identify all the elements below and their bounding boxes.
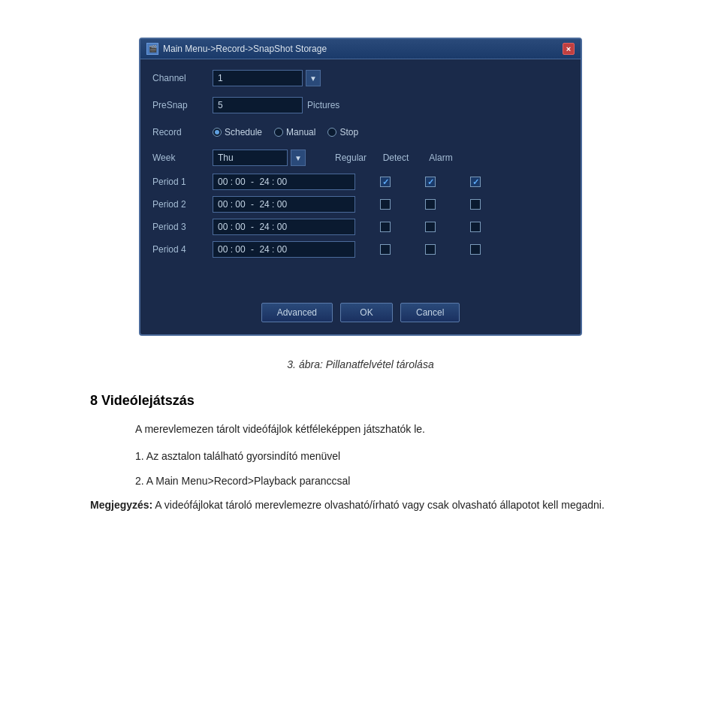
record-schedule-option[interactable]: Schedule bbox=[213, 127, 262, 137]
period-3-dash: - bbox=[249, 222, 257, 232]
close-button[interactable]: × bbox=[563, 43, 575, 55]
col-header-regular: Regular bbox=[328, 153, 373, 163]
period-4-start: 00 : 00 bbox=[218, 244, 246, 255]
dialog-titlebar: 🎬 Main Menu->Record->SnapShot Storage × bbox=[140, 39, 581, 59]
period-1-detect-checkbox[interactable] bbox=[425, 177, 436, 187]
week-input[interactable] bbox=[213, 150, 288, 166]
stop-radio[interactable] bbox=[327, 128, 336, 137]
record-radio-group: Schedule Manual Stop bbox=[213, 127, 358, 137]
period-3-start: 00 : 00 bbox=[218, 222, 246, 232]
ok-button[interactable]: OK bbox=[340, 303, 393, 322]
period-3-alarm-cell bbox=[453, 222, 498, 232]
period-1-start: 00 : 00 bbox=[218, 177, 246, 187]
dialog-footer: Advanced OK Cancel bbox=[140, 295, 581, 334]
cancel-button[interactable]: Cancel bbox=[400, 303, 460, 322]
period-4-alarm-checkbox[interactable] bbox=[470, 244, 481, 255]
dialog-wrapper: 🎬 Main Menu->Record->SnapShot Storage × … bbox=[139, 38, 582, 336]
period-3-detect-checkbox[interactable] bbox=[425, 222, 436, 232]
presnap-input-row: Pictures bbox=[213, 97, 339, 113]
period-2-end: 24 : 00 bbox=[259, 199, 287, 210]
week-label: Week bbox=[152, 153, 213, 163]
period-1-checkboxes bbox=[363, 177, 498, 187]
period-2-regular-checkbox[interactable] bbox=[380, 199, 391, 210]
period-4-regular-cell bbox=[363, 244, 408, 255]
note-paragraph: Megjegyzés: A videófájlokat tároló merev… bbox=[90, 497, 631, 513]
period-3-detect-cell bbox=[408, 222, 453, 232]
schedule-radio[interactable] bbox=[213, 128, 222, 137]
period-2-regular-cell bbox=[363, 199, 408, 210]
period-2-detect-checkbox[interactable] bbox=[425, 199, 436, 210]
period-2-detect-cell bbox=[408, 199, 453, 210]
period-2-checkboxes bbox=[363, 199, 498, 210]
period-4-dash: - bbox=[249, 244, 257, 255]
schedule-label: Schedule bbox=[225, 127, 262, 137]
record-label: Record bbox=[152, 127, 213, 137]
period-4-alarm-cell bbox=[453, 244, 498, 255]
period-1-alarm-checkbox[interactable] bbox=[470, 177, 481, 187]
period-3-checkboxes bbox=[363, 222, 498, 232]
channel-label: Channel bbox=[152, 73, 213, 83]
period-2-dash: - bbox=[249, 199, 257, 210]
dialog-title-icon: 🎬 bbox=[146, 43, 158, 55]
period-4-detect-checkbox[interactable] bbox=[425, 244, 436, 255]
record-row: Record Schedule Manual Stop bbox=[152, 122, 569, 142]
channel-select-wrapper: ▼ bbox=[213, 70, 321, 86]
spacer bbox=[152, 264, 569, 286]
pictures-label: Pictures bbox=[307, 100, 339, 110]
period-1-dash: - bbox=[249, 177, 257, 187]
period-2-alarm-cell bbox=[453, 199, 498, 210]
period-2-row: Period 2 00 : 00 - 24 : 00 bbox=[152, 196, 569, 213]
record-manual-option[interactable]: Manual bbox=[274, 127, 315, 137]
figure-caption: 3. ábra: Pillanatfelvétel tárolása bbox=[287, 358, 433, 370]
snapshot-storage-dialog: 🎬 Main Menu->Record->SnapShot Storage × … bbox=[139, 38, 582, 336]
manual-label: Manual bbox=[286, 127, 315, 137]
record-stop-option[interactable]: Stop bbox=[327, 127, 358, 137]
list-item-2: 2. A Main Menu>Record>Playback paranccsa… bbox=[90, 473, 631, 489]
period-2-alarm-checkbox[interactable] bbox=[470, 199, 481, 210]
period-2-start: 00 : 00 bbox=[218, 199, 246, 210]
dialog-body: Channel ▼ PreSnap Pictures Rec bbox=[140, 59, 581, 295]
period-3-regular-checkbox[interactable] bbox=[380, 222, 391, 232]
section-heading: 8 Videólejátszás bbox=[90, 393, 631, 409]
period-1-time[interactable]: 00 : 00 - 24 : 00 bbox=[213, 174, 355, 190]
page-container: 🎬 Main Menu->Record->SnapShot Storage × … bbox=[15, 15, 706, 529]
channel-dropdown-arrow[interactable]: ▼ bbox=[306, 70, 321, 86]
channel-row: Channel ▼ bbox=[152, 68, 569, 88]
dialog-title: Main Menu->Record->SnapShot Storage bbox=[163, 44, 327, 54]
col-header-detect: Detect bbox=[373, 153, 418, 163]
period-4-row: Period 4 00 : 00 - 24 : 00 bbox=[152, 241, 569, 258]
period-3-end: 24 : 00 bbox=[259, 222, 287, 232]
period-1-label: Period 1 bbox=[152, 177, 213, 187]
period-1-end: 24 : 00 bbox=[259, 177, 287, 187]
col-headers-row: Regular Detect Alarm bbox=[328, 153, 463, 163]
channel-input[interactable] bbox=[213, 70, 303, 86]
period-3-time[interactable]: 00 : 00 - 24 : 00 bbox=[213, 219, 355, 235]
period-3-row: Period 3 00 : 00 - 24 : 00 bbox=[152, 219, 569, 235]
period-1-alarm-cell bbox=[453, 177, 498, 187]
period-4-detect-cell bbox=[408, 244, 453, 255]
week-dropdown-arrow[interactable]: ▼ bbox=[291, 150, 306, 166]
presnap-input[interactable] bbox=[213, 97, 303, 113]
period-4-label: Period 4 bbox=[152, 244, 213, 255]
week-select-row: ▼ bbox=[213, 150, 306, 166]
note-text: A videófájlokat tároló merevlemezre olva… bbox=[152, 499, 605, 511]
note-bold: Megjegyzés: bbox=[90, 499, 152, 511]
intro-paragraph: A merevlemezen tárolt videófájlok kétfél… bbox=[90, 421, 631, 437]
manual-radio[interactable] bbox=[274, 128, 283, 137]
period-3-label: Period 3 bbox=[152, 222, 213, 232]
period-4-regular-checkbox[interactable] bbox=[380, 244, 391, 255]
period-3-alarm-checkbox[interactable] bbox=[470, 222, 481, 232]
period-1-detect-cell bbox=[408, 177, 453, 187]
dialog-title-area: 🎬 Main Menu->Record->SnapShot Storage bbox=[146, 43, 327, 55]
advanced-button[interactable]: Advanced bbox=[261, 303, 333, 322]
period-2-label: Period 2 bbox=[152, 199, 213, 210]
col-header-alarm: Alarm bbox=[418, 153, 463, 163]
period-4-time[interactable]: 00 : 00 - 24 : 00 bbox=[213, 241, 355, 258]
period-1-regular-checkbox[interactable] bbox=[380, 177, 391, 187]
stop-label: Stop bbox=[339, 127, 358, 137]
period-2-time[interactable]: 00 : 00 - 24 : 00 bbox=[213, 196, 355, 213]
period-1-row: Period 1 00 : 00 - 24 : 00 bbox=[152, 174, 569, 190]
period-4-end: 24 : 00 bbox=[259, 244, 287, 255]
presnap-label: PreSnap bbox=[152, 100, 213, 110]
period-1-regular-cell bbox=[363, 177, 408, 187]
